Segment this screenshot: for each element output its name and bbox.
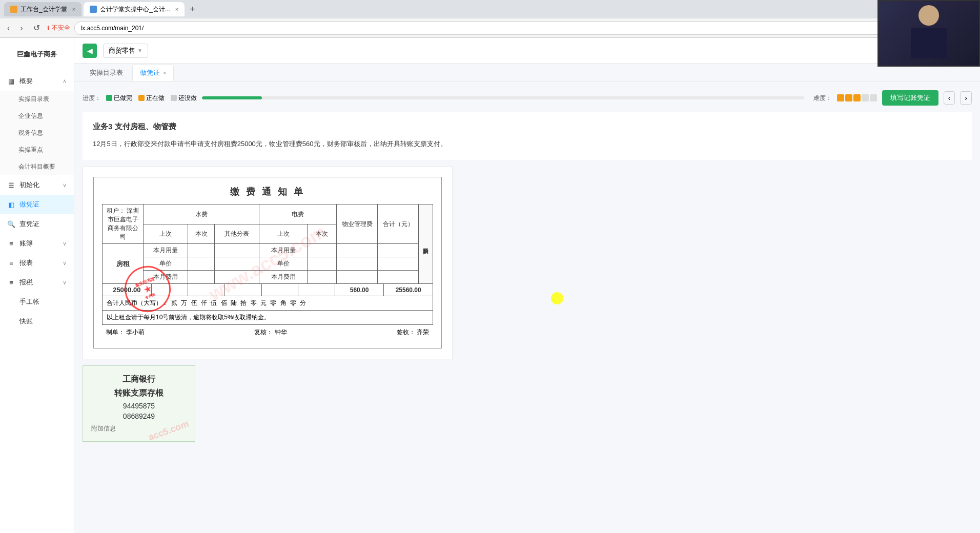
sidebar-item-ledger[interactable]: ≡ 账簿 ∨ bbox=[0, 234, 74, 253]
fee-footer: 制单： 李小萌 复核： 钟华 签收： 齐荣 bbox=[102, 325, 433, 340]
main-content: ◀ 商贸零售 ▼ 希西赵 (SVIP会员) 实操目录表 做凭证 × bbox=[74, 38, 980, 533]
sidebar-item-manual[interactable]: 手工帐 bbox=[0, 292, 74, 312]
sidebar-item-overview[interactable]: ▦ 概要 ∧ bbox=[0, 71, 74, 91]
voucher-left: ◧ 做凭证 bbox=[7, 200, 39, 209]
dropdown-arrow-icon: ▼ bbox=[137, 48, 142, 53]
tab-title-1: 工作台_会计学堂 bbox=[21, 5, 67, 14]
bank-title: 工商银行 bbox=[91, 374, 187, 385]
address-input[interactable] bbox=[74, 22, 943, 35]
content-tabs: 实操目录表 做凭证 × bbox=[74, 64, 980, 82]
new-tab-button[interactable]: + bbox=[187, 4, 198, 15]
total-val: 25560.00 bbox=[384, 284, 433, 296]
nav-menu-commerce[interactable]: 商贸零售 ▼ bbox=[103, 44, 148, 58]
bank-account2: 08689249 bbox=[91, 412, 187, 420]
elec-unit: 单价 bbox=[259, 257, 308, 271]
person-body bbox=[911, 28, 947, 58]
total-unit bbox=[378, 257, 419, 271]
total-fee-value bbox=[378, 271, 419, 284]
water-cur-val bbox=[188, 284, 225, 296]
elec-fee2 bbox=[308, 271, 337, 284]
sidebar-item-receipt[interactable]: 快账 bbox=[0, 312, 74, 331]
overview-chevron: ∧ bbox=[63, 78, 67, 85]
sidebar-item-key[interactable]: 实操重点 bbox=[0, 141, 74, 158]
tab-close-2[interactable]: × bbox=[175, 6, 178, 12]
star-4 bbox=[862, 94, 869, 101]
next-arrow-button[interactable]: › bbox=[960, 91, 972, 105]
sidebar-item-subjects[interactable]: 会计科目概要 bbox=[0, 158, 74, 175]
back-button[interactable]: ‹ bbox=[4, 23, 13, 34]
sidebar-logo: 巨鑫电子商务 bbox=[0, 38, 74, 71]
receipt-icon bbox=[7, 317, 15, 325]
property-val: 560.00 bbox=[335, 284, 384, 296]
water-last: 上次 bbox=[144, 224, 188, 244]
top-nav: ◀ 商贸零售 ▼ 希西赵 (SVIP会员) bbox=[74, 38, 980, 64]
reload-button[interactable]: ↺ bbox=[30, 22, 43, 34]
overview-label: 概要 bbox=[19, 76, 33, 86]
overview-left: ▦ 概要 bbox=[7, 76, 33, 86]
browser-chrome: 工作台_会计学堂 × 会计学堂实操中心_会计... × + ‹ › ↺ ℹ 不安… bbox=[0, 0, 980, 38]
prev-arrow-button[interactable]: ‹ bbox=[944, 91, 955, 105]
content-area[interactable]: 进度： 已做完 正在做 还没做 bbox=[74, 82, 980, 533]
tab-close-1[interactable]: × bbox=[72, 6, 75, 12]
fee-notice-container: 缴 费 通 知 单 租户： 深圳市巨鑫电子商务有限公司 水费 电费 物业管理费 … bbox=[83, 166, 453, 359]
sidebar-item-company[interactable]: 企业信息 bbox=[0, 108, 74, 125]
tab-voucher-close[interactable]: × bbox=[163, 70, 166, 76]
init-label: 初始化 bbox=[19, 180, 39, 190]
write-voucher-button[interactable]: 填写记账凭证 bbox=[882, 90, 938, 106]
person-head bbox=[918, 5, 939, 26]
nav-menu-label: 商贸零售 bbox=[109, 46, 135, 55]
taxwork-label: 报税 bbox=[19, 278, 33, 287]
progress-status: 已做完 正在做 还没做 bbox=[106, 94, 197, 102]
difficulty-label: 难度： bbox=[813, 94, 832, 102]
star-5 bbox=[870, 94, 877, 101]
done-dot-icon bbox=[106, 95, 112, 101]
taxwork-left: ≡ 报税 bbox=[7, 278, 33, 287]
bank-account1: 94495875 bbox=[91, 402, 187, 410]
water-other-val bbox=[224, 284, 261, 296]
progress-fill bbox=[202, 96, 262, 99]
sidebar-item-table[interactable]: 实操目录表 bbox=[0, 91, 74, 108]
overview-icon: ▦ bbox=[7, 77, 15, 85]
sidebar-item-report[interactable]: ≡ 报表 ∨ bbox=[0, 253, 74, 273]
sidebar-item-taxwork[interactable]: ≡ 报税 ∨ bbox=[0, 273, 74, 292]
tab-icon-2 bbox=[90, 6, 97, 13]
water-other-unit bbox=[215, 257, 259, 271]
check-label: 查凭证 bbox=[19, 219, 39, 229]
forward-button[interactable]: › bbox=[17, 23, 26, 34]
report-chevron: ∨ bbox=[63, 260, 67, 266]
star-2 bbox=[845, 94, 852, 101]
collapse-button[interactable]: ◀ bbox=[83, 44, 97, 58]
property-fee-value bbox=[337, 271, 378, 284]
progress-label: 进度： bbox=[83, 94, 101, 102]
table-row-monthly-amount: 房租 本月用量 本月用量 bbox=[103, 244, 433, 257]
ledger-chevron: ∨ bbox=[63, 240, 67, 247]
security-text: 不安全 bbox=[52, 24, 70, 32]
security-icon: ℹ bbox=[47, 25, 50, 32]
elec-unit2 bbox=[308, 257, 337, 271]
progress-track bbox=[202, 96, 804, 99]
init-icon: ☰ bbox=[7, 181, 15, 189]
sidebar-item-check[interactable]: 🔍 查凭证 bbox=[0, 214, 74, 234]
top-nav-left: ◀ 商贸零售 ▼ bbox=[83, 44, 148, 58]
total-monthly bbox=[378, 244, 419, 257]
table-row-header1: 租户： 深圳市巨鑫电子商务有限公司 水费 电费 物业管理费 合计（元） 第三联租… bbox=[103, 204, 433, 224]
tab-shimo[interactable]: 实操目录表 bbox=[83, 65, 130, 80]
notice-text-row: 以上租金请于每月10号前缴清，逾期将收取5%收取滞纳金。 bbox=[102, 311, 433, 325]
browser-tab-1[interactable]: 工作台_会计学堂 × bbox=[4, 2, 81, 16]
amount-text-value: 贰 万 伍 仟 伍 佰 陆 拾 零 元 零 角 零 分 bbox=[171, 299, 307, 308]
address-bar: ‹ › ↺ ℹ 不安全 ⊞ ⚙ bbox=[0, 18, 980, 38]
sidebar-item-voucher[interactable]: ◧ 做凭证 bbox=[0, 195, 74, 214]
manual-icon bbox=[7, 298, 15, 306]
sidebar-item-init[interactable]: ☰ 初始化 ∨ bbox=[0, 175, 74, 195]
star-1 bbox=[837, 94, 844, 101]
ledger-left: ≡ 账簿 bbox=[7, 239, 33, 248]
elec-monthly-amount2 bbox=[308, 244, 337, 257]
browser-tab-2[interactable]: 会计学堂实操中心_会计... × bbox=[84, 2, 185, 16]
tab-voucher[interactable]: 做凭证 × bbox=[132, 65, 174, 81]
water-current: 本次 bbox=[188, 224, 215, 244]
ledger-icon: ≡ bbox=[7, 239, 15, 248]
taxwork-icon: ≡ bbox=[7, 278, 15, 286]
fee-notice: 缴 费 通 知 单 租户： 深圳市巨鑫电子商务有限公司 水费 电费 物业管理费 … bbox=[93, 177, 442, 348]
status-todo: 还没做 bbox=[171, 94, 197, 102]
sidebar-item-tax[interactable]: 税务信息 bbox=[0, 125, 74, 141]
